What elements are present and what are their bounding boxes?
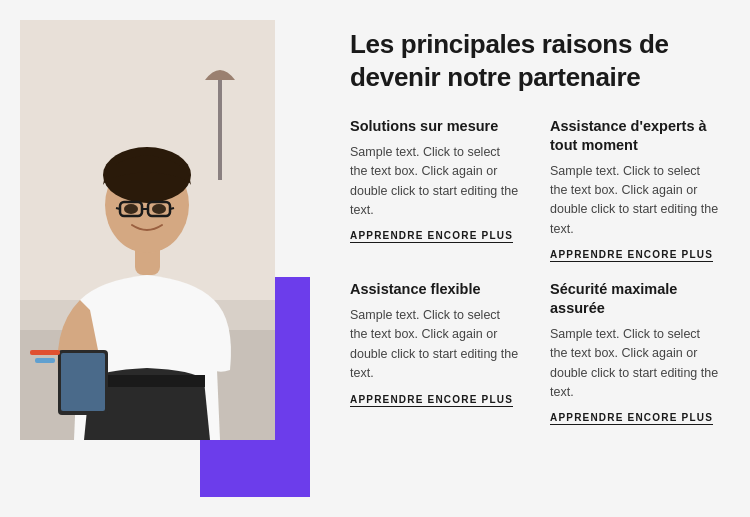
svg-point-13 [124,204,138,214]
svg-point-14 [152,204,166,214]
feature-text-assistance-flexible: Sample text. Click to select the text bo… [350,306,520,384]
svg-rect-19 [35,358,55,363]
photo-container [20,20,275,440]
svg-rect-18 [30,350,60,355]
svg-rect-16 [61,353,105,411]
learn-more-link-assistance-flexible[interactable]: APPRENDRE ENCORE PLUS [350,394,513,407]
feature-text-assistance-experts: Sample text. Click to select the text bo… [550,162,720,240]
feature-title-assistance-experts: Assistance d'experts à tout moment [550,117,720,155]
feature-item-securite: Sécurité maximale assurée Sample text. C… [550,280,720,425]
feature-text-solutions: Sample text. Click to select the text bo… [350,143,520,221]
page-title: Les principales raisons de devenir notre… [350,28,720,93]
learn-more-link-solutions[interactable]: APPRENDRE ENCORE PLUS [350,230,513,243]
feature-title-securite: Sécurité maximale assurée [550,280,720,318]
feature-item-assistance-flexible: Assistance flexible Sample text. Click t… [350,280,520,425]
features-grid: Solutions sur mesure Sample text. Click … [350,117,720,425]
page-wrapper: Les principales raisons de devenir notre… [0,0,750,517]
feature-item-assistance-experts: Assistance d'experts à tout moment Sampl… [550,117,720,262]
right-section: Les principales raisons de devenir notre… [320,0,750,517]
svg-line-11 [116,208,120,209]
left-section [0,0,320,517]
person-photo [20,20,275,440]
learn-more-link-securite[interactable]: APPRENDRE ENCORE PLUS [550,412,713,425]
feature-title-assistance-flexible: Assistance flexible [350,280,520,299]
learn-more-link-assistance-experts[interactable]: APPRENDRE ENCORE PLUS [550,249,713,262]
feature-text-securite: Sample text. Click to select the text bo… [550,325,720,403]
feature-item-solutions: Solutions sur mesure Sample text. Click … [350,117,520,262]
feature-title-solutions: Solutions sur mesure [350,117,520,136]
svg-line-12 [170,208,174,209]
